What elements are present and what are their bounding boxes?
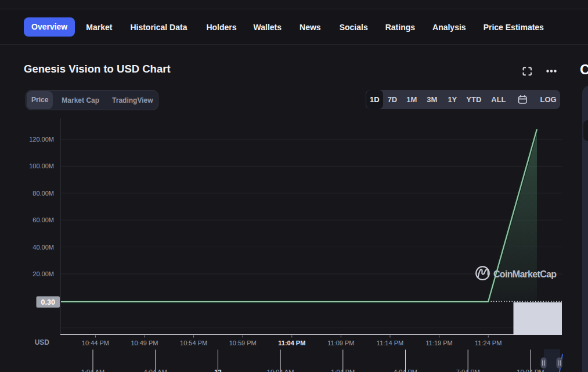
svg-text:1:04 AM: 1:04 AM [81,369,104,372]
svg-text:40.00M: 40.00M [33,244,54,251]
svg-text:10:04 PM: 10:04 PM [517,369,544,372]
svg-text:USD: USD [35,338,50,346]
svg-text:11:04 PM: 11:04 PM [278,340,305,346]
svg-text:11:09 PM: 11:09 PM [327,340,354,346]
svg-text:12: 12 [214,369,221,372]
svg-text:10:54 PM: 10:54 PM [180,340,207,346]
svg-text:100.00M: 100.00M [29,162,54,169]
svg-text:0.30: 0.30 [41,298,55,306]
svg-text:11:19 PM: 11:19 PM [425,340,452,346]
svg-text:7:04 PM: 7:04 PM [456,369,480,372]
svg-text:4:04 AM: 4:04 AM [144,369,167,372]
svg-text:20.00M: 20.00M [33,270,54,277]
svg-text:4:04 PM: 4:04 PM [394,369,417,372]
svg-text:120.00M: 120.00M [29,136,54,143]
svg-text:1:04 PM: 1:04 PM [331,369,355,372]
svg-text:10:59 PM: 10:59 PM [229,340,257,346]
svg-text:11:24 PM: 11:24 PM [475,340,502,346]
svg-text:80.00M: 80.00M [33,190,54,197]
svg-text:11:14 PM: 11:14 PM [377,340,403,346]
svg-text:CoinMarketCap: CoinMarketCap [493,269,557,279]
svg-text:10:49 PM: 10:49 PM [131,340,158,346]
svg-text:10:44 PM: 10:44 PM [82,340,109,346]
svg-text:60.00M: 60.00M [33,216,54,223]
svg-text:10:04 AM: 10:04 AM [267,369,294,372]
